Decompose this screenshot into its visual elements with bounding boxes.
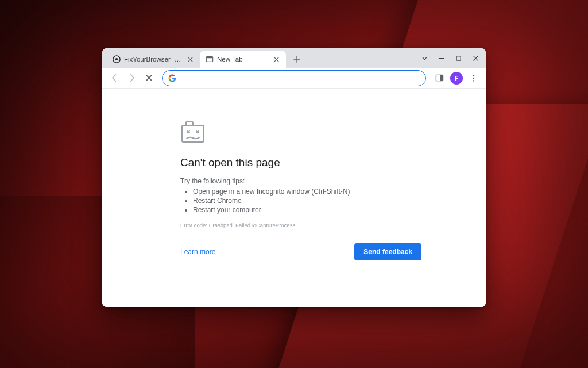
- tab-new-tab[interactable]: New Tab: [200, 51, 286, 68]
- toolbar: F: [102, 68, 486, 89]
- svg-point-8: [473, 75, 474, 76]
- tab-search-button[interactable]: [417, 51, 432, 66]
- tab-close-button[interactable]: [186, 55, 194, 63]
- error-code: Error code: Crashpad_FailedToCaptureProc…: [180, 222, 486, 228]
- tab-strip: FixYourBrowser - Your Trusted So New Tab: [102, 48, 486, 68]
- error-subtitle: Try the following tips:: [180, 177, 486, 185]
- window-close-button[interactable]: [467, 50, 483, 66]
- window-controls: [417, 48, 483, 68]
- window-minimize-button[interactable]: [433, 50, 449, 66]
- svg-rect-11: [182, 125, 204, 142]
- side-panel-button[interactable]: [432, 71, 447, 86]
- learn-more-link[interactable]: Learn more: [180, 248, 215, 256]
- svg-point-9: [473, 77, 474, 78]
- favicon-fixyourbrowser: [113, 55, 121, 63]
- send-feedback-button[interactable]: Send feedback: [354, 243, 421, 260]
- favicon-newtab: [206, 55, 214, 63]
- tab-fixyourbrowser[interactable]: FixYourBrowser - Your Trusted So: [107, 51, 200, 68]
- back-button[interactable]: [107, 71, 122, 86]
- chrome-menu-button[interactable]: [466, 71, 481, 86]
- svg-rect-7: [440, 75, 443, 80]
- google-icon: [168, 74, 176, 82]
- forward-button[interactable]: [124, 71, 139, 86]
- error-tip: Restart your computer: [193, 206, 486, 214]
- svg-rect-3: [206, 57, 212, 59]
- svg-rect-5: [456, 56, 460, 60]
- error-icon: [180, 121, 486, 146]
- browser-window: FixYourBrowser - Your Trusted So New Tab: [102, 48, 486, 307]
- error-tips-list: Open page in a new Incognito window (Ctr…: [180, 187, 486, 214]
- error-tip: Restart Chrome: [193, 197, 486, 205]
- window-maximize-button[interactable]: [450, 50, 466, 66]
- svg-point-10: [473, 80, 474, 81]
- omnibox[interactable]: [162, 70, 426, 86]
- error-actions: Learn more Send feedback: [180, 243, 421, 260]
- new-tab-button[interactable]: [289, 52, 304, 67]
- profile-avatar[interactable]: F: [450, 72, 463, 85]
- tab-title: New Tab: [217, 56, 269, 63]
- error-title: Can't open this page: [180, 156, 486, 169]
- svg-rect-12: [186, 122, 193, 125]
- tab-close-button[interactable]: [272, 55, 280, 63]
- page-content: Can't open this page Try the following t…: [102, 89, 486, 307]
- svg-point-1: [115, 58, 118, 60]
- stop-reload-button[interactable]: [141, 71, 156, 86]
- address-input[interactable]: [181, 74, 420, 82]
- toolbar-right: F: [432, 71, 481, 86]
- error-tip: Open page in a new Incognito window (Ctr…: [193, 187, 486, 195]
- tab-title: FixYourBrowser - Your Trusted So: [124, 56, 183, 63]
